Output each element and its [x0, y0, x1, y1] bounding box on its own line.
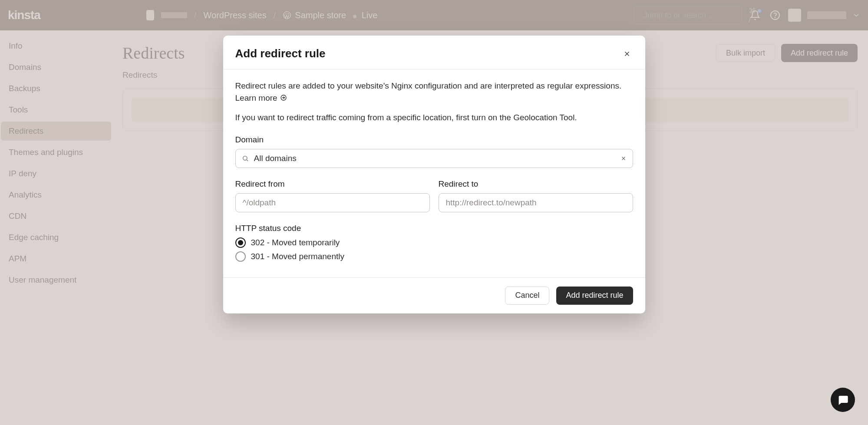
domain-input[interactable] — [254, 154, 615, 163]
radio-302[interactable]: 302 - Moved temporarily — [235, 237, 633, 248]
modal-close-button[interactable] — [621, 48, 633, 60]
add-redirect-modal: Add redirect rule Redirect rules are add… — [223, 36, 645, 313]
svg-point-5 — [243, 156, 247, 160]
close-icon — [623, 50, 631, 58]
external-link-icon — [280, 94, 287, 101]
modal-overlay: Add redirect rule Redirect rules are add… — [0, 0, 868, 425]
learn-more-label: Learn more — [235, 92, 277, 104]
domain-clear-button[interactable] — [620, 155, 627, 161]
search-icon — [242, 155, 249, 162]
radio-icon-checked — [235, 237, 246, 248]
modal-intro-text: Redirect rules are added to your website… — [235, 80, 633, 104]
domain-field[interactable] — [235, 149, 633, 168]
radio-301[interactable]: 301 - Moved permanently — [235, 251, 633, 262]
redirect-to-input[interactable] — [439, 193, 633, 212]
cancel-button[interactable]: Cancel — [505, 287, 549, 305]
chat-icon — [837, 394, 849, 406]
submit-add-rule-button[interactable]: Add redirect rule — [556, 287, 633, 305]
redirect-from-input[interactable] — [235, 193, 430, 212]
chat-button[interactable] — [831, 388, 855, 412]
radio-icon-unchecked — [235, 251, 246, 262]
learn-more-link[interactable]: Learn more — [235, 92, 287, 104]
http-status-label: HTTP status code — [235, 224, 633, 233]
radio-301-label: 301 - Moved permanently — [251, 252, 344, 261]
modal-geo-text: If you want to redirect traffic coming f… — [235, 112, 633, 124]
close-icon — [620, 155, 627, 161]
radio-302-label: 302 - Moved temporarily — [251, 238, 340, 247]
redirect-from-label: Redirect from — [235, 179, 430, 189]
redirect-to-label: Redirect to — [439, 179, 633, 189]
modal-title: Add redirect rule — [235, 47, 326, 60]
domain-label: Domain — [235, 135, 633, 145]
geolocation-tool-link[interactable]: Geolocation Tool — [513, 113, 574, 122]
